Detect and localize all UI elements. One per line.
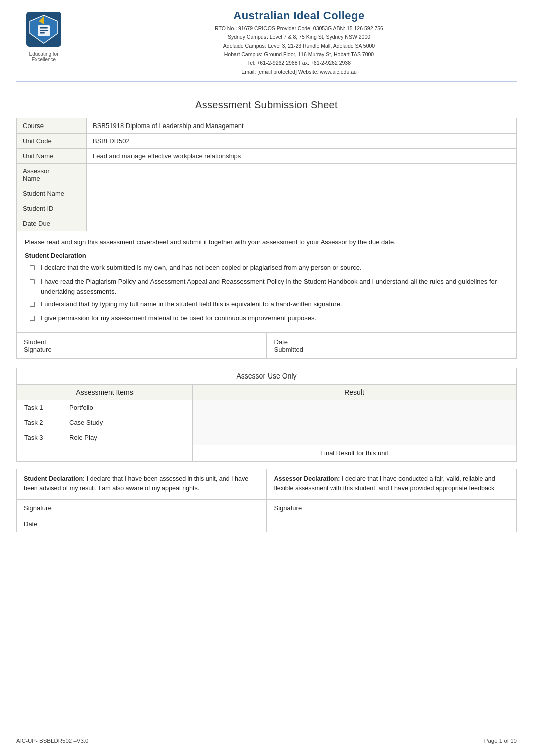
declaration-item-2: □ I have read the Plagiarism Policy and … <box>30 277 508 297</box>
svg-rect-3 <box>40 27 48 29</box>
task-2-label: Task 2 <box>17 415 62 430</box>
task-3-type: Role Play <box>62 430 193 445</box>
assessor-header-row: Assessment Items Result <box>17 384 516 400</box>
bottom-date-label: Date <box>17 516 267 532</box>
unit-code-row: Unit Code BSBLDR502 <box>17 133 517 148</box>
assessor-decl-cell: Assessor Declaration: I declare that I h… <box>266 469 517 499</box>
bottom-signature-table: Signature Signature Date <box>16 499 517 532</box>
declaration-item-3: □ I understand that by typing my full na… <box>30 299 508 311</box>
student-declaration-title: Student Declaration <box>25 250 508 261</box>
unit-name-row: Unit Name Lead and manage effective work… <box>17 148 517 163</box>
assessor-name-row: AssessorName <box>17 163 517 186</box>
declaration-text-2: I have read the Plagiarism Policy and As… <box>41 277 508 297</box>
college-logo <box>24 9 64 49</box>
bottom-date-right <box>266 516 517 532</box>
student-id-value <box>87 201 517 216</box>
task-3-label: Task 3 <box>17 430 62 445</box>
header-line4: Hobart Campus: Ground Floor, 116 Murray … <box>81 50 517 59</box>
header-details: RTO No.: 91679 CRICOS Provider Code: 030… <box>81 24 517 76</box>
footer-left: AIC-UP- BSBLDR502 –V3.0 <box>16 738 88 744</box>
final-result-row: Final Result for this unit <box>17 445 516 461</box>
bullet-icon-1: □ <box>30 262 39 274</box>
result-header: Result <box>193 384 516 400</box>
bottom-sig-row: Signature Signature <box>17 499 517 516</box>
final-result-label <box>17 445 193 461</box>
bullet-icon-2: □ <box>30 276 39 288</box>
header-line6: Email: [email protected] Website: www.ai… <box>81 68 517 76</box>
declaration-item-4: □ I give permission for my assessment ma… <box>30 313 508 325</box>
bullet-icon-4: □ <box>30 312 39 325</box>
assessor-decl-label: Assessor Declaration: <box>274 475 340 482</box>
date-due-label: Date Due <box>17 216 87 231</box>
student-signature-cell: StudentSignature <box>17 333 267 358</box>
assessment-items-header: Assessment Items <box>17 384 193 400</box>
student-id-label: Student ID <box>17 201 87 216</box>
bullet-icon-3: □ <box>30 298 39 311</box>
signature-table: StudentSignature DateSubmitted <box>16 333 517 359</box>
course-value: BSB51918 Diploma of Leadership and Manag… <box>87 118 517 133</box>
declaration-text-4: I give permission for my assessment mate… <box>41 313 316 323</box>
date-submitted-label: DateSubmitted <box>274 338 304 353</box>
task-1-result <box>193 400 516 415</box>
assessor-section: Assessor Use Only Assessment Items Resul… <box>16 368 517 462</box>
student-decl-cell: Student Declaration: I declare that I ha… <box>17 469 267 499</box>
header-info: Australian Ideal College RTO No.: 91679 … <box>81 9 517 76</box>
assessor-title: Assessor Use Only <box>17 368 516 384</box>
student-name-value <box>87 186 517 201</box>
student-id-row: Student ID <box>17 201 517 216</box>
course-row: Course BSB51918 Diploma of Leadership an… <box>17 118 517 133</box>
assessor-name-label: AssessorName <box>17 163 87 186</box>
task-3-row: Task 3 Role Play <box>17 430 516 445</box>
unit-code-label: Unit Code <box>17 133 87 148</box>
footer-right: Page 1 of 10 <box>484 738 517 744</box>
unit-name-value: Lead and manage effective workplace rela… <box>87 148 517 163</box>
date-due-value <box>87 216 517 231</box>
declaration-item-1: □ I declare that the work submitted is m… <box>30 263 508 274</box>
unit-code-value: BSBLDR502 <box>87 133 517 148</box>
bottom-declarations-table: Student Declaration: I declare that I ha… <box>16 469 517 499</box>
task-1-row: Task 1 Portfolio <box>17 400 516 415</box>
task-2-result <box>193 415 516 430</box>
college-name: Australian Ideal College <box>81 9 517 22</box>
unit-name-label: Unit Name <box>17 148 87 163</box>
declaration-list: □ I declare that the work submitted is m… <box>25 263 508 325</box>
signature-row: StudentSignature DateSubmitted <box>17 333 517 358</box>
info-table: Course BSB51918 Diploma of Leadership an… <box>16 118 517 231</box>
task-3-result <box>193 430 516 445</box>
header-line5: Tel: +61-2-9262 2968 Fax: +61-2-9262 293… <box>81 59 517 67</box>
bottom-date-row: Date <box>17 516 517 532</box>
bottom-decl-row: Student Declaration: I declare that I ha… <box>17 469 517 499</box>
header-line2: Sydney Campus: Level 7 & 8, 75 King St, … <box>81 33 517 41</box>
svg-rect-4 <box>40 30 48 31</box>
assessor-name-value <box>87 163 517 186</box>
student-decl-label: Student Declaration: <box>24 475 85 482</box>
course-label: Course <box>17 118 87 133</box>
task-1-type: Portfolio <box>62 400 193 415</box>
task-1-label: Task 1 <box>17 400 62 415</box>
task-2-type: Case Study <box>62 415 193 430</box>
header-line3: Adelaide Campus: Level 3, 21-23 Rundle M… <box>81 42 517 50</box>
header: Educating for Excellence Australian Idea… <box>16 9 517 82</box>
sheet-title: Assessment Submission Sheet <box>16 99 517 111</box>
date-due-row: Date Due <box>17 216 517 231</box>
logo-text: Educating for Excellence <box>16 51 71 62</box>
declaration-section: Please read and sign this assessment cov… <box>16 231 517 333</box>
spacer <box>16 462 517 469</box>
student-name-row: Student Name <box>17 186 517 201</box>
assessor-inner-table: Assessment Items Result Task 1 Portfolio… <box>17 384 516 461</box>
svg-rect-5 <box>40 32 45 34</box>
declaration-intro: Please read and sign this assessment cov… <box>25 237 508 247</box>
final-result-text: Final Result for this unit <box>193 445 516 461</box>
student-name-label: Student Name <box>17 186 87 201</box>
footer: AIC-UP- BSBLDR502 –V3.0 Page 1 of 10 <box>16 728 517 744</box>
header-line1: RTO No.: 91679 CRICOS Provider Code: 030… <box>81 24 517 33</box>
declaration-text-1: I declare that the work submitted is my … <box>41 263 362 273</box>
student-signature-label: StudentSignature <box>24 338 52 353</box>
bottom-sig-right: Signature <box>266 499 517 516</box>
date-submitted-cell: DateSubmitted <box>266 333 517 358</box>
declaration-text-3: I understand that by typing my full name… <box>41 299 342 309</box>
task-2-row: Task 2 Case Study <box>17 415 516 430</box>
bottom-sig-left: Signature <box>17 499 267 516</box>
logo-section: Educating for Excellence <box>16 9 71 62</box>
